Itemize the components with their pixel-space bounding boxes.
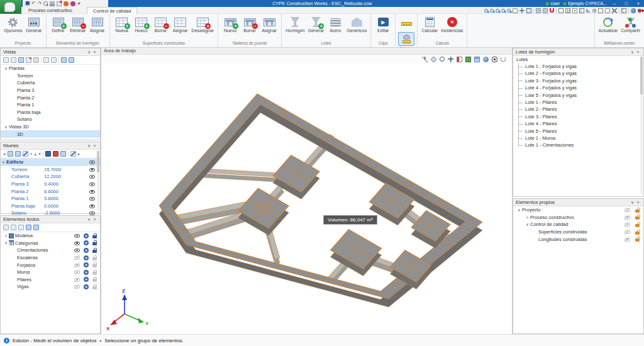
user-chip[interactable]: User — [545, 1, 560, 6]
visibility-eye-icon[interactable] — [74, 240, 80, 246]
delete-level-icon[interactable]: × — [30, 151, 33, 157]
camera-icon[interactable] — [43, 57, 49, 63]
edit-plane-icon[interactable] — [465, 57, 471, 62]
visibility-off-eye-icon[interactable] — [74, 269, 80, 275]
tree-item-planta3[interactable]: Planta 3 — [1, 87, 100, 94]
leidos-row-forjados[interactable]: Forjados∗ — [1, 261, 100, 269]
panel-close-icon[interactable]: × — [92, 48, 97, 55]
config-gear-icon[interactable]: ∗ — [84, 233, 89, 238]
tree-item-plantas[interactable]: ∨Plantas — [1, 65, 100, 72]
point-snap-icon[interactable] — [572, 8, 577, 13]
propios-row-superficies[interactable]: Superficies construidas — [513, 228, 643, 236]
nivel-row-planta3[interactable]: Planta 39.4000 — [1, 181, 100, 188]
visibility-off-eye-icon[interactable] — [74, 262, 80, 268]
search-settings-icon[interactable] — [26, 225, 31, 230]
leidos-row-escaleras[interactable]: Escaleras∗ — [1, 254, 100, 262]
visibility-eye-icon[interactable] — [492, 57, 497, 62]
expander-icon[interactable]: ∨ — [525, 222, 530, 227]
move-up-icon[interactable]: ▴ — [35, 151, 37, 157]
lock-icon[interactable] — [92, 235, 97, 238]
unlock-icon[interactable] — [635, 209, 640, 213]
hueco-button[interactable]: +Hueco — [132, 16, 151, 33]
scrollbar[interactable] — [97, 151, 99, 211]
lote-item[interactable]: Lote 5 - Pilares — [513, 128, 643, 135]
lote-item[interactable]: Lote 2 - Pilares — [513, 106, 643, 113]
redo-icon[interactable]: ↷ — [38, 1, 42, 6]
visibility-eye-icon[interactable] — [89, 196, 95, 201]
nivel-row-planta2[interactable]: Planta 26.6000 — [1, 187, 100, 195]
expander-icon[interactable]: > — [525, 215, 530, 220]
layers-icon[interactable] — [474, 57, 480, 62]
plugin2-icon[interactable] — [70, 1, 75, 6]
visibility-eye-icon[interactable] — [89, 159, 95, 165]
visibility-off-eye-icon[interactable] — [625, 229, 630, 235]
draw-level-icon[interactable] — [70, 151, 76, 157]
duplicate-view-icon[interactable] — [61, 57, 67, 63]
measure-length-button[interactable] — [398, 17, 414, 31]
tools-icon[interactable] — [612, 8, 617, 13]
iso-view-cube-icon[interactable] — [430, 56, 436, 62]
opciones-button[interactable]: Opciones — [3, 16, 24, 33]
zoom-all-icon[interactable] — [490, 9, 494, 13]
expander-icon[interactable]: ∨ — [516, 208, 522, 213]
maximize-button[interactable]: □ — [622, 0, 631, 7]
visibility-eye-icon[interactable] — [89, 181, 95, 187]
nivel-row-planta1[interactable]: Planta 13.8000 — [1, 195, 100, 203]
orbit-icon[interactable] — [440, 57, 445, 62]
config-gear-icon[interactable]: ∗ — [84, 270, 89, 275]
lotes-root[interactable]: Lotes — [513, 56, 643, 63]
leidos-row-pilares[interactable]: Pilares∗ — [1, 276, 100, 284]
3d-canvas[interactable]: Z X Y Volumen: 86.047 m³ — [101, 64, 512, 334]
plugin-icon[interactable] — [64, 1, 69, 6]
propios-row-longitudes[interactable]: Longitudes construidas — [513, 235, 643, 243]
person-view-icon[interactable] — [33, 57, 39, 63]
config-gear-icon[interactable]: ∗ — [84, 255, 89, 260]
visibility-off-eye-icon[interactable] — [625, 237, 630, 242]
visibility-off-eye-icon[interactable] — [74, 277, 80, 282]
scroll-right-icon[interactable]: ▸ — [78, 151, 80, 157]
project-chip[interactable]: Ejemplo CYPECA... — [563, 1, 607, 6]
generar-lotes-button[interactable]: +Generar — [306, 16, 325, 33]
keyboard-entry-icon[interactable] — [579, 8, 584, 13]
tree-item-torreon[interactable]: Torreón — [1, 72, 100, 80]
grid-toggle-icon[interactable] — [565, 8, 570, 13]
undo-icon[interactable]: ↶ — [31, 1, 36, 6]
panel-collapse-icon[interactable]: ∨ — [630, 199, 635, 206]
panel-close-icon[interactable]: × — [635, 199, 641, 206]
desasignar-button[interactable]: ×Desasignar — [191, 16, 215, 33]
tree-item-planta2[interactable]: Planta 2 — [1, 94, 100, 101]
config-gear-icon[interactable]: ∗ — [84, 262, 89, 267]
expander-icon[interactable]: ∨ — [3, 240, 9, 245]
expander-icon[interactable]: > — [3, 233, 9, 238]
incidencias-button[interactable]: ×Incidencias — [440, 16, 464, 33]
nivel-row-cubierta[interactable]: Cubierta12.2000 — [1, 173, 100, 181]
visibility-off-eye-icon[interactable] — [625, 207, 630, 213]
asignar-tablero-button[interactable]: Asignar — [260, 16, 279, 33]
thermometer-icon[interactable] — [60, 151, 66, 157]
lote-item[interactable]: Lote 3 - Pilares — [513, 113, 643, 120]
borrar-tablero-button[interactable]: −Borrar — [240, 16, 259, 33]
nueva-button[interactable]: +Nueva — [113, 16, 131, 33]
zoom-object-icon[interactable] — [501, 9, 505, 13]
lote-item[interactable]: Lote 4 - Forjados y vigas — [513, 84, 643, 91]
pan-icon[interactable] — [513, 8, 518, 13]
3d-glasses-icon[interactable] — [638, 9, 641, 13]
unlock-icon[interactable] — [635, 238, 640, 242]
unlock-icon[interactable] — [92, 264, 97, 267]
expander-icon[interactable]: ∨ — [3, 66, 9, 71]
tree-item-cubierta[interactable]: Cubierta — [1, 79, 100, 87]
snap-magnet-icon[interactable] — [550, 8, 554, 13]
scrollbar[interactable] — [640, 57, 643, 194]
edit-level-icon[interactable] — [23, 151, 28, 157]
config-gear-icon[interactable]: ∗ — [84, 284, 89, 289]
visibility-eye-icon[interactable] — [89, 167, 95, 172]
panel-collapse-icon[interactable]: ∨ — [86, 48, 92, 55]
camera-settings-icon[interactable] — [51, 57, 57, 63]
propios-row-proceso[interactable]: >Proceso constructivo — [513, 214, 643, 221]
tree-item-sotano[interactable]: Sótano — [1, 116, 100, 123]
config-gear-icon[interactable]: ∗ — [84, 277, 89, 282]
leidos-row-muros[interactable]: Muros∗ — [1, 269, 100, 276]
new-3d-view-icon[interactable] — [11, 57, 16, 63]
full-screen-icon[interactable] — [526, 8, 531, 13]
lote-item[interactable]: Lote 5 - Forjados y vigas — [513, 92, 643, 99]
